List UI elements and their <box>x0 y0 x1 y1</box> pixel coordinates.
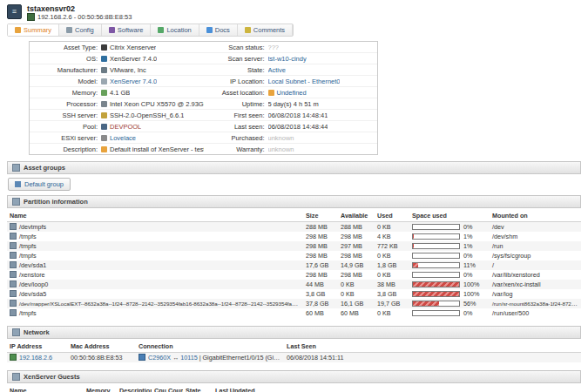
space-used-bar <box>412 233 460 240</box>
detail-label: Asset location: <box>204 89 268 97</box>
space-used-percent: 100% <box>463 290 479 298</box>
partition-space-used-cell: 100% <box>409 289 490 299</box>
partition-used-cell: 3,8 GB <box>375 289 409 299</box>
detail-label: Model: <box>30 78 101 85</box>
partition-name-cell: /dev/sda1 <box>7 260 303 270</box>
detail-value: ??? <box>268 44 280 51</box>
col-header-size: Size <box>303 210 338 222</box>
default-group-button[interactable]: Default group <box>8 178 71 191</box>
guests-table: Name Memory Description Cpu Count State … <box>7 385 581 392</box>
ssh-icon <box>101 112 107 118</box>
detail-value: SSH-2.0-OpenSSH_6.6.1 <box>101 112 184 119</box>
space-used-bar <box>412 310 460 316</box>
detail-value[interactable]: Default install of XenServer - test <box>101 145 204 153</box>
detail-value-text: ??? <box>268 44 280 51</box>
section-title: Asset groups <box>24 164 65 172</box>
space-used-bar <box>412 301 460 307</box>
disk-icon <box>10 252 17 259</box>
scan-status-row: Scan status: ??? <box>204 42 378 53</box>
detail-value[interactable]: Lovelace <box>101 134 136 142</box>
detail-value[interactable]: Undefined <box>268 89 307 97</box>
partition-size-cell: 44 MB <box>303 280 338 289</box>
tab-summary[interactable]: Summary <box>8 24 59 36</box>
col-header-last-updated: Last Updated <box>213 385 277 392</box>
partition-mounted-cell: /var/lib/xenstored <box>490 270 581 280</box>
partition-size-cell: 17,6 GB <box>303 260 338 270</box>
tab-docs[interactable]: Docs <box>199 24 238 36</box>
xenserver-guests-header: XenServer Guests <box>7 370 581 383</box>
os-row: OS: XenServer 7.4.0 <box>30 53 204 64</box>
model-row: Model: XenServer 7.4.0 <box>30 76 204 87</box>
network-empty-cell <box>364 353 581 363</box>
partition-available-cell: 298 MB <box>338 232 375 241</box>
space-used-bar-fill <box>413 301 439 306</box>
partition-name-cell: /tmpfs <box>7 251 303 260</box>
description-row: Description: Default install of XenServe… <box>30 144 204 154</box>
cpu-icon <box>101 101 107 107</box>
details-left-column: Asset Type: Citrix Xenserver OS: XenServ… <box>30 42 204 154</box>
detail-value: 06/08/2018 14:48:41 <box>268 112 328 119</box>
device-header-text: tstaxensvr02 192.168.2.6 - 00:50:56:8B:E… <box>27 4 132 21</box>
ssh-server-row: SSH server: SSH-2.0-OpenSSH_6.6.1 <box>30 110 204 121</box>
processor-row: Processor: Intel Xeon CPU X5570 @ 2.93GH… <box>30 98 204 110</box>
tab-label: Docs <box>215 26 230 34</box>
vmware-icon <box>101 67 107 73</box>
partition-information-header: Partition information <box>7 195 581 208</box>
network-header: Network <box>7 326 581 339</box>
partition-used-cell: 772 KB <box>375 241 409 251</box>
detail-value: 5 day(s) 4 h 51 m <box>268 100 319 108</box>
partition-mounted-on: /dev/shm <box>492 233 517 240</box>
nic-icon <box>10 354 17 361</box>
partition-used-cell: 0 KB <box>375 222 409 233</box>
section-title: XenServer Guests <box>24 373 80 381</box>
summary-icon <box>15 27 21 33</box>
partition-row: /devtmpfs 288 MB 288 MB 0 KB 0% /dev <box>7 222 581 233</box>
section-icon <box>12 373 20 381</box>
partition-name: /dev/sda1 <box>19 261 46 269</box>
device-title: tstaxensvr02 <box>27 4 132 13</box>
detail-value-text: 06/08/2018 14:48:44 <box>268 123 328 131</box>
software-icon <box>109 27 115 33</box>
network-last-seen-cell: 06/08/2018 14:51:11 <box>284 353 364 363</box>
col-header-space-used: Space used <box>409 210 490 222</box>
detail-label: Scan server: <box>204 55 268 63</box>
tab-label: Comments <box>253 26 285 34</box>
asset-location-row: Asset location: Undefined <box>204 87 378 98</box>
asset-groups-header: Asset groups <box>7 161 581 174</box>
tab-location[interactable]: Location <box>151 24 199 36</box>
detail-value[interactable]: Local Subnet - Ethernet0 <box>268 78 341 85</box>
col-header-available: Available <box>338 210 375 222</box>
tab-config[interactable]: Config <box>59 24 102 36</box>
asset-groups-body: Default group <box>7 174 581 195</box>
disk-icon <box>10 309 17 316</box>
partition-used-cell: 38 MB <box>375 280 409 289</box>
connection-separator: | <box>199 354 201 362</box>
switch-icon <box>139 354 145 361</box>
network-connection-cell: C2960X ↔ 10115 | GigabitEthernet1/0/15 (… <box>136 353 284 363</box>
port-id-link[interactable]: 10115 <box>180 354 197 362</box>
partition-row: /dev/sda5 3,8 GB 0 KB 3,8 GB 100% /var/l… <box>7 289 581 299</box>
partition-space-used-cell: 0% <box>409 308 490 318</box>
space-used-percent: 56% <box>463 300 476 308</box>
ip-address-link[interactable]: 192.168.2.6 <box>19 354 52 362</box>
detail-label: Manufacturer: <box>30 66 101 74</box>
detail-value[interactable]: tst-w10-cindy <box>268 55 307 63</box>
partition-mounted-cell: /dev/shm <box>490 232 581 241</box>
detail-value-text: 4.1 GB <box>110 89 130 97</box>
partition-mounted-cell: / <box>490 260 581 270</box>
partition-available-cell: 288 MB <box>338 222 375 233</box>
disk-icon <box>10 280 17 287</box>
detail-label: Memory: <box>30 89 101 97</box>
detail-label: SSH server: <box>30 112 101 119</box>
partition-name: /dev/loop0 <box>19 280 48 288</box>
switch-link[interactable]: C2960X <box>148 354 171 362</box>
section-icon <box>12 198 20 206</box>
space-used-percent: 1% <box>463 233 472 240</box>
tab-comments[interactable]: Comments <box>238 24 293 36</box>
detail-value[interactable]: XenServer 7.4.0 <box>101 78 157 85</box>
tab-label: Software <box>118 26 144 34</box>
partition-mounted-on: /run/user/500 <box>492 309 529 317</box>
tab-software[interactable]: Software <box>102 24 152 36</box>
partition-space-used-cell: 11% <box>409 260 490 270</box>
manufacturer-row: Manufacturer: VMware, Inc <box>30 64 204 76</box>
